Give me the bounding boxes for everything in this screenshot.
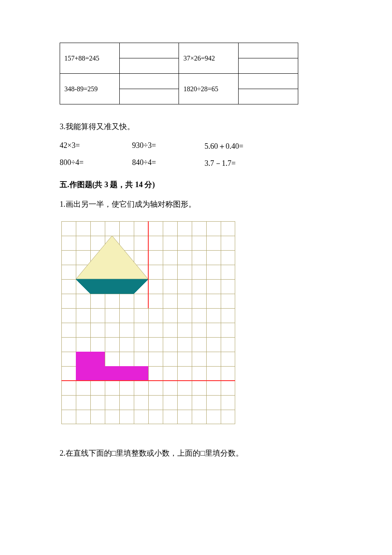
table-cell-blank[interactable] bbox=[119, 58, 179, 74]
math-item: 800÷4= bbox=[60, 158, 132, 168]
table-cell-blank[interactable] bbox=[239, 74, 298, 89]
svg-rect-3 bbox=[76, 366, 148, 381]
bottom-shape bbox=[61, 221, 235, 424]
table-cell-equation-2: 37×26=942 bbox=[179, 43, 239, 74]
section-5-title: 五.作图题(共 3 题，共 14 分) bbox=[60, 179, 349, 190]
table-cell-blank[interactable] bbox=[239, 43, 298, 58]
table-cell-equation-3: 348-89=259 bbox=[60, 74, 120, 104]
verification-table: 157+88=245 37×26=942 348-89=259 1820÷28=… bbox=[60, 43, 298, 104]
math-row-1: 42×3= 930÷3= 5.60＋0.40= bbox=[60, 141, 349, 151]
question-5-2: 2.在直线下面的□里填整数或小数，上面的□里填分数。 bbox=[60, 448, 349, 458]
table-cell-blank[interactable] bbox=[119, 89, 179, 104]
question-3-title: 3.我能算得又准又快。 bbox=[60, 121, 349, 132]
table-cell-blank[interactable] bbox=[239, 58, 298, 74]
math-item: 5.60＋0.40= bbox=[205, 141, 277, 151]
table-cell-blank[interactable] bbox=[239, 89, 298, 104]
table-cell-blank[interactable] bbox=[119, 74, 179, 89]
math-item: 930÷3= bbox=[132, 141, 205, 151]
math-item: 840÷4= bbox=[132, 158, 205, 168]
table-cell-blank[interactable] bbox=[119, 43, 179, 58]
math-item: 3.7－1.7= bbox=[205, 158, 277, 168]
table-cell-equation-4: 1820÷28=65 bbox=[179, 74, 239, 104]
symmetry-axis-horizontal bbox=[61, 380, 235, 381]
math-row-2: 800÷4= 840÷4= 3.7－1.7= bbox=[60, 158, 349, 168]
question-5-1: 1.画出另一半，使它们成为轴对称图形。 bbox=[60, 199, 349, 209]
math-item: 42×3= bbox=[60, 141, 132, 151]
page-content: 157+88=245 37×26=942 348-89=259 1820÷28=… bbox=[0, 0, 392, 496]
table-cell-equation-1: 157+88=245 bbox=[60, 43, 120, 74]
grid-figure bbox=[61, 221, 235, 424]
